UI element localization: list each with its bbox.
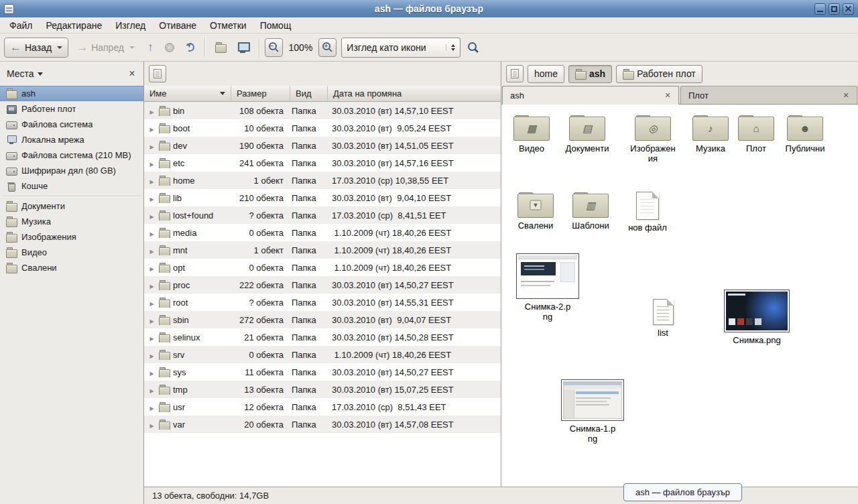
sidebar-item[interactable]: Файлова система (210 MB) (0, 147, 143, 163)
expander-icon[interactable] (148, 298, 156, 308)
expander-icon[interactable] (148, 385, 156, 395)
file-row[interactable]: sbin 272 обекта Папка 30.03.2010 (вт) 9,… (144, 311, 501, 328)
icon-snimka[interactable]: Снимка.png (723, 290, 790, 345)
expander-icon[interactable] (148, 367, 156, 377)
search-button[interactable] (463, 38, 483, 58)
expander-icon[interactable] (148, 402, 156, 412)
column-header-size[interactable]: Размер (231, 86, 290, 102)
expander-icon[interactable] (148, 420, 156, 430)
file-row[interactable]: tmp 13 обекта Папка 30.03.2010 (вт) 15,0… (144, 381, 501, 398)
icon-folder-documents[interactable]: Документи (557, 113, 617, 153)
menu-file[interactable]: Файл (3, 17, 39, 33)
file-row[interactable]: dev 190 обекта Папка 30.03.2010 (вт) 14,… (144, 137, 501, 154)
menu-help[interactable]: Помощ (253, 17, 298, 33)
expander-icon[interactable] (148, 350, 156, 360)
sidebar-item[interactable]: Локална мрежа (0, 132, 143, 147)
places-dropdown-icon[interactable] (38, 72, 43, 76)
path-button-home[interactable]: home (528, 65, 564, 83)
expander-icon[interactable] (148, 228, 156, 238)
sidebar-item[interactable]: Свалени (0, 260, 143, 275)
sidebar-item[interactable]: Кошче (0, 178, 143, 194)
file-row[interactable]: media 0 обекта Папка 1.10.2009 (чт) 18,4… (144, 224, 501, 241)
stop-button[interactable] (160, 38, 179, 58)
home-button[interactable] (210, 38, 231, 58)
icon-snimka-1[interactable]: Снимка-1.png (559, 379, 626, 444)
icon-folder-video[interactable]: Видео (501, 113, 562, 153)
tab-ash[interactable]: ash (502, 86, 679, 105)
up-button[interactable] (143, 38, 158, 58)
expander-icon[interactable] (148, 315, 156, 325)
sidebar-close-button[interactable] (126, 68, 138, 80)
file-row[interactable]: lost+found ? обекта Папка 17.03.2010 (ср… (144, 206, 501, 224)
menu-bookmarks[interactable]: Отметки (203, 17, 253, 33)
file-row[interactable]: var 20 обекта Папка 30.03.2010 (вт) 14,5… (144, 416, 501, 433)
icon-file-list[interactable]: list (633, 299, 693, 338)
path-button-ash[interactable]: ash (568, 65, 612, 83)
titlebar[interactable]: ash — файлов браузър (0, 0, 858, 17)
file-row[interactable]: boot 10 обекта Папка 30.03.2010 (вт) 9,0… (144, 119, 501, 137)
sidebar-item[interactable]: ash (0, 86, 143, 101)
file-row[interactable]: usr 12 обекта Папка 17.03.2010 (ср) 8,51… (144, 398, 501, 416)
back-button[interactable]: Назад (4, 38, 68, 58)
sidebar-item[interactable]: Документи (0, 198, 143, 214)
file-row[interactable]: lib 210 обекта Папка 30.03.2010 (вт) 9,0… (144, 189, 501, 206)
zoom-in-button[interactable] (318, 38, 336, 57)
expander-icon[interactable] (148, 210, 156, 220)
file-row[interactable]: proc 222 обекта Папка 30.03.2010 (вт) 14… (144, 276, 501, 294)
file-row[interactable]: selinux 21 обекта Папка 30.03.2010 (вт) … (144, 328, 501, 346)
column-header-date[interactable]: Дата на промяна (328, 86, 501, 102)
expander-icon[interactable] (148, 280, 156, 290)
close-button[interactable] (843, 3, 854, 15)
expander-icon[interactable] (148, 176, 156, 186)
expander-icon[interactable] (148, 158, 156, 168)
maximize-button[interactable] (829, 3, 840, 15)
file-row[interactable]: root ? обекта Папка 30.03.2010 (вт) 14,5… (144, 294, 501, 311)
location-toggle-button-2[interactable] (506, 65, 524, 82)
zoom-out-button[interactable] (265, 38, 283, 57)
expander-icon[interactable] (148, 263, 156, 273)
path-button-desktop[interactable]: Работен плот (616, 65, 702, 83)
expander-icon[interactable] (148, 193, 156, 203)
places-selector[interactable]: Места (7, 68, 34, 79)
computer-button[interactable] (233, 38, 253, 58)
icon-folder-downloads[interactable]: Свалени (505, 190, 566, 231)
file-row[interactable]: home 1 обект Папка 17.03.2010 (ср) 10,38… (144, 172, 501, 189)
icon-file-new[interactable]: нов файл (617, 192, 678, 233)
forward-button[interactable]: Напред (70, 38, 141, 58)
expander-icon[interactable] (148, 123, 156, 133)
file-row[interactable]: opt 0 обекта Папка 1.10.2009 (чт) 18,40,… (144, 259, 501, 276)
expander-icon[interactable] (148, 245, 156, 255)
expander-icon[interactable] (148, 141, 156, 151)
file-row[interactable]: bin 108 обекта Папка 30.03.2010 (вт) 14,… (144, 102, 501, 119)
sidebar-item[interactable]: Изображения (0, 229, 143, 245)
menu-edit[interactable]: Редактиране (39, 17, 109, 33)
tab-close-icon[interactable] (841, 90, 851, 101)
menu-view[interactable]: Изглед (109, 17, 152, 33)
file-row[interactable]: srv 0 обекта Папка 1.10.2009 (чт) 18,40,… (144, 346, 501, 363)
column-header-type[interactable]: Вид (290, 86, 328, 102)
minimize-button[interactable] (814, 3, 826, 15)
icon-snimka-2[interactable]: Снимка-2.png (514, 253, 581, 322)
back-dropdown-icon[interactable] (57, 46, 62, 49)
expander-icon[interactable] (148, 332, 156, 342)
column-header-name[interactable]: Име (144, 86, 231, 102)
sidebar-item[interactable]: Видео (0, 245, 143, 260)
view-mode-select[interactable]: Изглед като икони (341, 38, 461, 58)
file-size: 1 обект (231, 176, 290, 186)
file-row[interactable]: sys 11 обекта Папка 30.03.2010 (вт) 14,5… (144, 363, 501, 381)
tab-close-icon[interactable] (662, 90, 673, 101)
location-toggle-button[interactable] (149, 65, 166, 82)
menu-go[interactable]: Отиване (152, 17, 203, 33)
sidebar-item[interactable]: Работен плот (0, 101, 143, 117)
icon-folder-pictures[interactable]: Изображения (623, 113, 683, 164)
file-row[interactable]: etc 241 обекта Папка 30.03.2010 (вт) 14,… (144, 154, 501, 172)
sidebar-item[interactable]: Музика (0, 214, 143, 229)
icon-folder-public[interactable]: Публични (775, 113, 835, 153)
tab-plot[interactable]: Плот (680, 86, 857, 104)
reload-button[interactable] (181, 38, 199, 58)
icon-folder-templates[interactable]: Шаблони (560, 190, 621, 231)
sidebar-item[interactable]: Файлова система (0, 117, 143, 132)
file-row[interactable]: mnt 1 обект Папка 1.10.2009 (чт) 18,40,2… (144, 241, 501, 259)
sidebar-item[interactable]: Шифриран дял (80 GB) (0, 163, 143, 178)
expander-icon[interactable] (148, 106, 156, 116)
